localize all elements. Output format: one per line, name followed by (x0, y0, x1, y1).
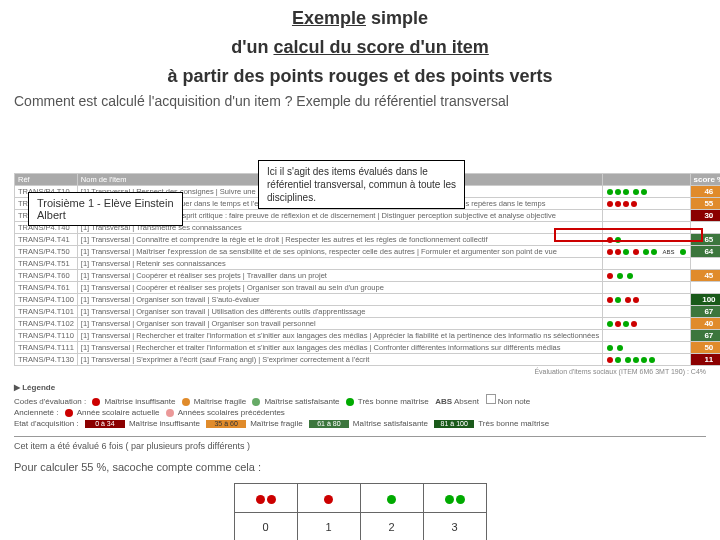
table-row: TRANS/P4.T100[1] Transversal | Organiser… (15, 294, 721, 306)
title-word-exemple: Exemple (292, 8, 366, 28)
table-row: TRANS/P4.T111[1] Transversal | Recherche… (15, 342, 721, 354)
evaluation-note: Cet item a été évalué 6 fois ( par plusi… (14, 436, 706, 451)
table-row: TRANS/P4.T41[1] Transversal | Connaître … (15, 234, 721, 246)
table-row: TRANS/P4.T110[1] Transversal | Recherche… (15, 330, 721, 342)
table-row: TRANS/P4.T102[1] Transversal | Organiser… (15, 318, 721, 330)
source-line: Évaluation d'items sociaux (ITEM 6M6 3MT… (14, 368, 706, 375)
table-row: TRANS/P4.T61[1] Transversal | Coopérer e… (15, 282, 721, 294)
context-callout: Ici il s'agit des items évalués dans le … (258, 160, 465, 209)
calc-intro: Pour calculer 55 %, sacoche compte comme… (14, 461, 706, 473)
table-row: TRANS/P4.T101[1] Transversal | Organiser… (15, 306, 721, 318)
student-callout: Troisième 1 - Elève Einstein Albert (28, 192, 183, 226)
table-row: TRANS/P4.T130[1] Transversal | S'exprime… (15, 354, 721, 366)
section-subtitle: Comment est calculé l'acquisition d'un i… (14, 93, 720, 109)
calc-table: 0 1 2 3 (234, 483, 487, 540)
legend: ▶ Légende Codes d'évaluation : Maîtrise … (14, 383, 706, 428)
title-word-calcul: calcul du score d'un item (273, 37, 488, 57)
title-line3: à partir des points rouges et des points… (0, 66, 720, 87)
table-row: TRANS/P4.T60[1] Transversal | Coopérer e… (15, 270, 721, 282)
table-row: TRANS/P4.T50[1] Transversal | Maîtriser … (15, 246, 721, 258)
table-row: TRANS/P4.T51[1] Transversal | Retenir se… (15, 258, 721, 270)
